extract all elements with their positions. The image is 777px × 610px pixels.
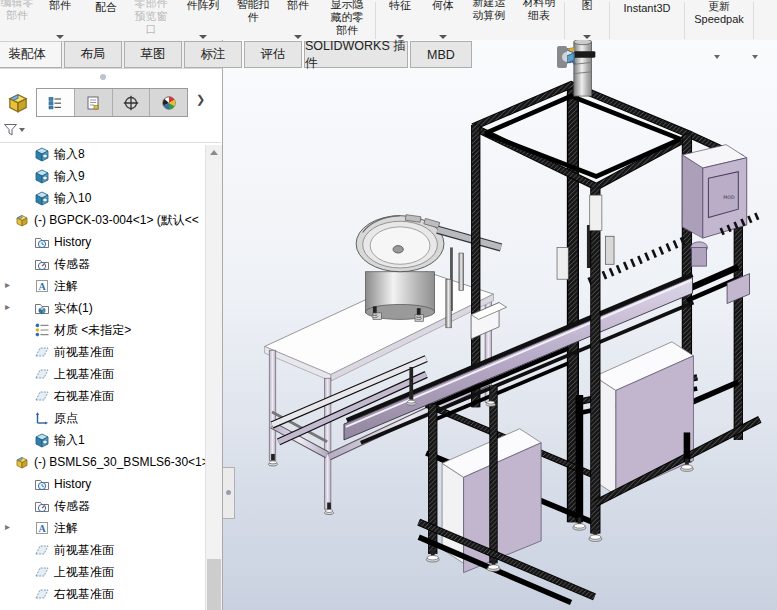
tree-item-2[interactable]: 输入9 [0, 165, 205, 187]
filter-funnel-icon[interactable] [3, 122, 19, 142]
tab-1[interactable]: 装配体 [0, 41, 62, 68]
ribbon-button-3[interactable]: 配合 [86, 0, 126, 41]
tree-item-14[interactable]: 输入1 [0, 429, 205, 451]
partial-edge-button[interactable] [763, 46, 777, 68]
view-orientation-icon[interactable] [687, 46, 709, 68]
tab-3[interactable]: 草图 [124, 41, 182, 68]
tree-item-16[interactable]: History [0, 473, 205, 495]
ribbon-separator [564, 2, 565, 39]
dropdown-caret-icon[interactable] [294, 35, 302, 39]
expand-arrow-icon[interactable]: ▸ [5, 301, 10, 312]
displaymanager-tab[interactable] [150, 89, 187, 116]
configurationmanager-tab[interactable] [113, 89, 151, 116]
graphics-viewport[interactable]: MOD [222, 40, 777, 610]
tree-item-label: 原点 [54, 410, 78, 426]
ribbon-button-6[interactable]: 智能扣件 [230, 0, 276, 41]
plane-icon [34, 586, 50, 602]
tree-item-10[interactable]: 前视基准面 [0, 341, 205, 363]
tree-item-12[interactable]: 右视基准面 [0, 385, 205, 407]
filter-caret-icon[interactable] [19, 128, 25, 132]
ribbon-separator [684, 2, 685, 39]
origin-icon [34, 410, 50, 426]
tree-item-label: 上视基准面 [54, 366, 114, 382]
tab-6[interactable]: SOLIDWORKS 插件 [304, 41, 408, 68]
tree-item-15[interactable]: (-) BSMLS6_30_BSMLS6-30<1> [0, 451, 205, 473]
zoom-area-icon[interactable] [583, 46, 605, 68]
part-icon [14, 212, 30, 228]
ribbon-button-7[interactable]: 移动零部件 [276, 0, 320, 41]
filter-row[interactable] [0, 119, 221, 143]
display-style-icon[interactable] [725, 46, 747, 68]
propertymanager-tab[interactable] [75, 89, 113, 116]
tree-item-9[interactable]: 材质 <未指定> [0, 319, 205, 341]
ribbon-button-9[interactable]: 装配体特征 [377, 0, 423, 41]
ribbon-button-12[interactable]: 材料明细表 [515, 0, 563, 41]
imported-body-icon [34, 190, 50, 206]
expand-arrow-icon[interactable]: ▸ [5, 521, 10, 532]
hopper-box-right[interactable] [594, 342, 693, 495]
tree-item-17[interactable]: 传感器 [0, 495, 205, 517]
tree-item-label: History [54, 476, 91, 492]
annotations-icon: A [34, 520, 50, 536]
ribbon-button-14[interactable]: Instant3D [611, 0, 683, 41]
expand-arrow-icon[interactable]: ▸ [5, 279, 10, 290]
tree-scrollbar[interactable] [205, 145, 222, 610]
tree-item-label: 传感器 [54, 498, 90, 514]
tree-item-20[interactable]: 上视基准面 [0, 561, 205, 583]
annotation-views-icon[interactable]: A [661, 46, 683, 68]
ribbon-button-11[interactable]: 新建运动算例 [463, 0, 515, 41]
svg-text:A: A [38, 281, 46, 292]
imported-body-icon [34, 146, 50, 162]
tree-item-11[interactable]: 上视基准面 [0, 363, 205, 385]
dropdown-caret-icon[interactable] [56, 35, 64, 39]
command-tabs: 装配体布局草图标注评估SOLIDWORKS 插件MBD [0, 41, 472, 68]
tree-item-label: 输入9 [54, 168, 85, 184]
tree-item-5[interactable]: History [0, 231, 205, 253]
dropdown-caret-icon[interactable] [714, 55, 720, 59]
previous-view-icon[interactable] [609, 46, 631, 68]
scrollbar-up-button[interactable] [206, 145, 222, 160]
ribbon-separator [753, 2, 754, 39]
splitter-dot[interactable] [100, 74, 106, 80]
scrollbar-thumb[interactable] [207, 559, 221, 610]
tab-5[interactable]: 评估 [244, 41, 302, 68]
panel-tabs-overflow-icon[interactable]: ❯ [196, 93, 205, 106]
ribbon-button-13[interactable]: 爆炸视图 [566, 0, 608, 41]
dropdown-caret-icon[interactable] [199, 35, 207, 39]
cad-model[interactable]: MOD [223, 40, 777, 610]
panel-collapse-handle[interactable] [223, 467, 235, 519]
ribbon-separator [609, 2, 610, 39]
tree-item-21[interactable]: 右视基准面 [0, 583, 205, 605]
tree-item-8[interactable]: ▸实体(1) [0, 297, 205, 319]
tree-item-label: 前视基准面 [54, 344, 114, 360]
assembly-document-icon [5, 89, 31, 115]
section-view-icon[interactable] [635, 46, 657, 68]
tab-7[interactable]: MBD [410, 41, 472, 68]
ribbon-button-5[interactable]: 线性零部件阵列 [176, 0, 230, 41]
solid-bodies-icon [34, 300, 50, 316]
dropdown-caret-icon[interactable] [439, 35, 447, 39]
ribbon-button-2[interactable]: 插入零部件 [34, 0, 86, 41]
sensors-icon [34, 256, 50, 272]
tree-item-4[interactable]: (-) BGPCK-03-004<1> (默认<< [0, 209, 205, 231]
up-arrow-icon [210, 150, 218, 155]
svg-text:A: A [38, 523, 46, 534]
tree-item-1[interactable]: 输入8 [0, 143, 205, 165]
tab-2[interactable]: 布局 [64, 41, 122, 68]
ribbon-button-8[interactable]: 显示隐藏的零部件 [320, 0, 374, 41]
tree-item-label: 前视基准面 [54, 542, 114, 558]
tree-item-18[interactable]: ▸A注解 [0, 517, 205, 539]
plane-icon [34, 542, 50, 558]
ribbon-button-10[interactable]: 参考几何体 [423, 0, 463, 41]
tree-item-13[interactable]: 原点 [0, 407, 205, 429]
featuremanager-tree-tab[interactable] [37, 89, 75, 116]
tab-4[interactable]: 标注 [184, 41, 242, 68]
ribbon-button-15[interactable]: 更新Speedpak [686, 0, 752, 41]
tree-item-3[interactable]: 输入10 [0, 187, 205, 209]
tree-item-6[interactable]: 传感器 [0, 253, 205, 275]
tree-item-19[interactable]: 前视基准面 [0, 539, 205, 561]
dropdown-caret-icon[interactable] [583, 35, 591, 39]
plane-icon [34, 388, 50, 404]
dropdown-caret-icon[interactable] [752, 55, 758, 59]
tree-item-7[interactable]: ▸A注解 [0, 275, 205, 297]
